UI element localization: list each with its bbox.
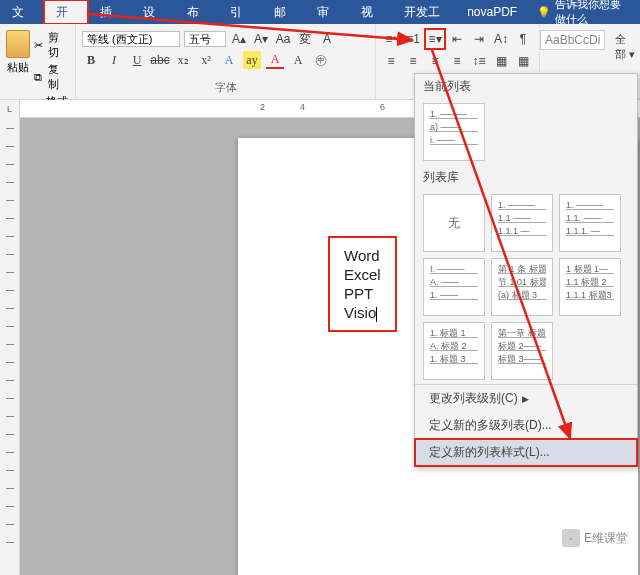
define-new-list-style-menu[interactable]: 定义新的列表样式(L)... bbox=[415, 439, 637, 466]
tab-layout[interactable]: 布局 bbox=[175, 0, 218, 24]
list-preview-line: 1.1.1. ― bbox=[566, 226, 614, 236]
change-case-button[interactable]: Aa bbox=[274, 30, 292, 48]
italic-button[interactable]: I bbox=[105, 51, 123, 69]
doc-line: Word bbox=[344, 246, 381, 265]
scissors-icon: ✂ bbox=[34, 39, 45, 51]
tab-insert[interactable]: 插入 bbox=[88, 0, 131, 24]
list-preview-line: a) ―― bbox=[430, 122, 478, 132]
list-library-item[interactable]: I. ――― A. ―― 1. ―― bbox=[423, 258, 485, 316]
list-preview-line: 1.1.1 ― bbox=[498, 226, 546, 236]
watermark-label: E维课堂 bbox=[584, 530, 628, 547]
style-normal[interactable]: AaBbCcDi bbox=[540, 30, 605, 50]
document-content[interactable]: Word Excel PPT Visio bbox=[330, 238, 395, 330]
align-center-button[interactable]: ≡ bbox=[404, 52, 422, 70]
borders-button[interactable]: ▦ bbox=[514, 52, 532, 70]
tab-review[interactable]: 审阅 bbox=[305, 0, 348, 24]
wechat-icon: ◦ bbox=[562, 529, 580, 547]
doc-line: Excel bbox=[344, 265, 381, 284]
list-preview-line: 第一章 标题 bbox=[498, 328, 546, 338]
chevron-right-icon: ▶ bbox=[522, 394, 529, 404]
copy-label: 复制 bbox=[48, 62, 69, 92]
decrease-indent-button[interactable]: ⇤ bbox=[448, 30, 466, 48]
list-library-item[interactable]: 1 标题 1― 1.1 标题 2 1.1.1 标题3 bbox=[559, 258, 621, 316]
list-preview-line: I. ――― bbox=[430, 264, 478, 274]
bold-button[interactable]: B bbox=[82, 51, 100, 69]
underline-button[interactable]: U bbox=[128, 51, 146, 69]
numbering-button[interactable]: ≡1 bbox=[404, 30, 422, 48]
shading-button[interactable]: ▦ bbox=[492, 52, 510, 70]
increase-indent-button[interactable]: ⇥ bbox=[470, 30, 488, 48]
list-current-item[interactable]: 1. ――― a) ―― i. ―― bbox=[423, 103, 485, 161]
list-preview-line: 节 1.01 标题 bbox=[498, 277, 546, 287]
list-preview-line: 1.1.1 标题3 bbox=[566, 290, 614, 300]
strikethrough-button[interactable]: abc bbox=[151, 51, 169, 69]
font-name-combo[interactable] bbox=[82, 31, 180, 47]
list-preview-line: A. 标题 2 bbox=[430, 341, 478, 351]
phonetic-guide-button[interactable]: 変 bbox=[296, 30, 314, 48]
list-library-item[interactable]: 第一章 标题 标题 2―― 标题 3―― bbox=[491, 322, 553, 380]
subscript-button[interactable]: x₂ bbox=[174, 51, 192, 69]
font-group-label: 字体 bbox=[82, 80, 369, 97]
font-color-button[interactable]: A bbox=[266, 51, 284, 69]
tab-mailings[interactable]: 邮件 bbox=[262, 0, 305, 24]
paste-label: 粘贴 bbox=[7, 60, 29, 75]
line-spacing-button[interactable]: ↕≡ bbox=[470, 52, 488, 70]
text-effects-button[interactable]: A bbox=[220, 51, 238, 69]
list-preview-line: 1 标题 1― bbox=[566, 264, 614, 274]
define-multilevel-list-menu[interactable]: 定义新的多级列表(D)... bbox=[415, 412, 637, 439]
font-size-combo[interactable] bbox=[184, 31, 226, 47]
bullets-button[interactable]: ≡• bbox=[382, 30, 400, 48]
list-none-item[interactable]: 无 bbox=[423, 194, 485, 252]
tab-file[interactable]: 文件 bbox=[0, 0, 44, 24]
superscript-button[interactable]: x² bbox=[197, 51, 215, 69]
list-library-item[interactable]: 1. ――― 1.1 ―― 1.1.1 ― bbox=[491, 194, 553, 252]
ruler-tick: 4 bbox=[300, 102, 305, 112]
list-library-item[interactable]: 1. ――― 1.1. ―― 1.1.1. ― bbox=[559, 194, 621, 252]
copy-icon: ⧉ bbox=[34, 71, 45, 83]
show-marks-button[interactable]: ¶ bbox=[514, 30, 532, 48]
highlight-button[interactable]: ay bbox=[243, 51, 261, 69]
styles-all-dropdown[interactable]: 全部 ▾ bbox=[611, 30, 640, 64]
text-cursor bbox=[376, 307, 377, 322]
change-list-level-menu[interactable]: 更改列表级别(C)▶ bbox=[415, 385, 637, 412]
multilevel-list-dropdown: 当前列表 1. ――― a) ―― i. ―― 列表库 无1. ――― 1.1 … bbox=[414, 73, 638, 467]
paste-icon bbox=[6, 30, 30, 58]
list-preview-line: i. ―― bbox=[430, 135, 478, 145]
align-left-button[interactable]: ≡ bbox=[382, 52, 400, 70]
grow-font-button[interactable]: A▴ bbox=[230, 30, 248, 48]
tell-me-label: 告诉我你想要做什么 bbox=[555, 0, 632, 27]
copy-button[interactable]: ⧉复制 bbox=[34, 62, 69, 92]
watermark: ◦ E维课堂 bbox=[562, 529, 628, 547]
menu-label: 更改列表级别(C) bbox=[429, 391, 518, 405]
shrink-font-button[interactable]: A▾ bbox=[252, 30, 270, 48]
tab-view[interactable]: 视图 bbox=[349, 0, 392, 24]
list-preview-line: (a) 标题 3 bbox=[498, 290, 546, 300]
lightbulb-icon: 💡 bbox=[537, 6, 551, 19]
tab-novapdf[interactable]: novaPDF bbox=[455, 0, 529, 24]
ruler-tick: 6 bbox=[380, 102, 385, 112]
dd-current-label: 当前列表 bbox=[415, 74, 637, 99]
tab-developer[interactable]: 开发工具 bbox=[392, 0, 455, 24]
tab-design[interactable]: 设计 bbox=[131, 0, 174, 24]
tell-me-search[interactable]: 💡 告诉我你想要做什么 bbox=[529, 0, 640, 27]
vertical-ruler[interactable] bbox=[0, 118, 20, 575]
list-preview-line: 1. ――― bbox=[430, 109, 478, 119]
tab-home[interactable]: 开始 bbox=[44, 0, 87, 24]
multilevel-list-button[interactable]: ≡▾ bbox=[426, 30, 444, 48]
tab-references[interactable]: 引用 bbox=[218, 0, 261, 24]
sort-button[interactable]: A↕ bbox=[492, 30, 510, 48]
cut-button[interactable]: ✂剪切 bbox=[34, 30, 69, 60]
char-shading-button[interactable]: A bbox=[289, 51, 307, 69]
align-right-button[interactable]: ≡ bbox=[426, 52, 444, 70]
char-border-button[interactable]: A bbox=[318, 30, 336, 48]
list-preview-line: 1.1. ―― bbox=[566, 213, 614, 223]
list-preview-line: 1. 标题 1 bbox=[430, 328, 478, 338]
doc-line: Visio bbox=[344, 303, 381, 322]
list-preview-line: 1.1 标题 2 bbox=[566, 277, 614, 287]
justify-button[interactable]: ≡ bbox=[448, 52, 466, 70]
enclose-char-button[interactable]: ㊥ bbox=[312, 51, 330, 69]
list-preview-line: 1. 标题 3 bbox=[430, 354, 478, 364]
list-library-item[interactable]: 第 1 条 标题 节 1.01 标题 (a) 标题 3 bbox=[491, 258, 553, 316]
list-library-item[interactable]: 1. 标题 1 A. 标题 2 1. 标题 3 bbox=[423, 322, 485, 380]
list-preview-line: 1.1 ―― bbox=[498, 213, 546, 223]
